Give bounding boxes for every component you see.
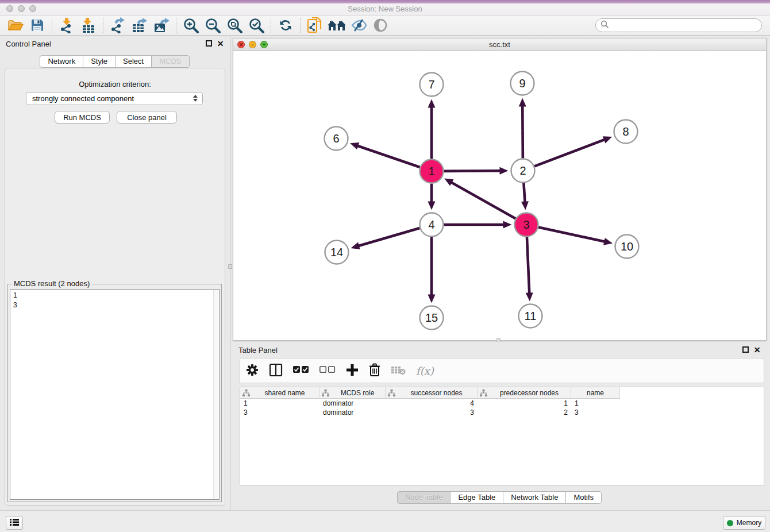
import-table-button[interactable] [78,17,99,34]
graph-edge-4-3[interactable] [444,221,512,229]
close-panel-button[interactable]: Close panel [117,111,177,124]
zoom-selected-button[interactable] [245,17,267,34]
cell-MCDS-role: dominator [319,399,386,408]
column-header-successor-nodes[interactable]: successor nodes [386,387,478,399]
graph-edge-3-11[interactable] [526,237,533,301]
graph-edge-3-1[interactable] [444,179,515,219]
tab-mcds[interactable]: MCDS [151,55,189,68]
graph-node-14[interactable]: 14 [325,241,349,264]
apply-layout-button[interactable] [275,17,297,34]
tab-edge-table[interactable]: Edge Table [450,491,503,504]
tab-style[interactable]: Style [83,55,116,68]
show-graphics-button[interactable] [369,17,391,34]
network-window-titlebar[interactable]: ✕ − + scc.txt [233,38,766,51]
graph-node-11[interactable]: 11 [519,304,542,328]
trash-icon [369,363,380,379]
control-panel-float-button[interactable] [206,40,212,47]
tab-motifs[interactable]: Motifs [565,491,602,504]
graph-node-7[interactable]: 7 [420,73,444,97]
table-panel-close-button[interactable]: ✕ [753,346,761,354]
optimization-criterion-label: Optimization criterion: [5,80,225,88]
import-network-icon [59,17,74,33]
node-label-10: 10 [621,240,633,253]
tab-node-table[interactable]: Node Table [397,491,451,504]
mcds-tab-content: Optimization criterion: strongly connect… [5,68,225,506]
run-mcds-button[interactable]: Run MCDS [55,111,110,124]
application-window: Session: New Session [0,0,770,532]
column-header-MCDS-role[interactable]: MCDS role [319,387,386,399]
show-columns-button[interactable] [269,362,283,379]
result-scrollbar[interactable] [213,290,218,499]
delete-table-button[interactable] [391,362,406,379]
export-table-button[interactable] [129,17,151,34]
table-panel-float-button[interactable] [742,346,749,353]
graph-edge-2-9[interactable] [519,98,526,158]
export-network-button[interactable] [107,17,129,34]
zoom-out-button[interactable] [202,17,224,34]
select-all-columns-button[interactable] [293,362,309,379]
graph-node-4[interactable]: 4 [420,213,444,237]
control-panel: Control Panel ✕ NetworkStyleSelectMCDS O… [0,36,230,510]
node-label-14: 14 [330,246,343,259]
memory-status-icon [727,520,733,526]
graph-edge-1-6[interactable] [350,142,420,167]
create-column-button[interactable] [346,362,359,379]
export-image-button[interactable] [151,17,172,34]
graph-node-1[interactable]: 1 [420,160,444,183]
zoom-fit-icon [227,18,242,33]
graph-edge-1-2[interactable] [444,167,508,175]
open-session-button[interactable] [5,17,26,34]
graph-node-3[interactable]: 3 [515,213,538,237]
tab-select[interactable]: Select [115,55,152,68]
graph-node-9[interactable]: 9 [511,72,534,95]
show-panels-button[interactable] [6,516,23,530]
splitter-grip[interactable] [228,264,232,269]
column-header-predecessor-nodes[interactable]: predecessor nodes [478,387,571,399]
cell-predecessor-nodes: 1 [478,399,571,408]
column-header-shared-name[interactable]: shared name [240,387,319,399]
search-input[interactable] [609,21,757,29]
home-button[interactable] [326,17,348,34]
network-canvas[interactable]: 7968124314101511 [233,51,766,340]
control-panel-close-button[interactable]: ✕ [217,40,224,48]
graph-edge-1-7[interactable] [428,99,436,159]
mcds-result-text[interactable]: 13 [10,289,220,500]
memory-button[interactable]: Memory [723,516,765,530]
table-panel-title: Table Panel [238,346,278,354]
graph-node-15[interactable]: 15 [420,306,444,330]
graph-edge-1-4[interactable] [428,184,436,210]
graph-edge-3-10[interactable] [538,228,613,245]
function-builder-button[interactable]: f(x) [416,362,434,379]
graph-node-10[interactable]: 10 [615,235,639,259]
zoom-in-button[interactable] [180,17,202,34]
hide-graphics-button[interactable] [348,17,369,34]
graph-node-6[interactable]: 6 [325,127,348,151]
deselect-all-columns-button[interactable] [319,362,336,379]
toolbar-separator [176,18,176,33]
import-network-button[interactable] [56,17,78,34]
search-box [595,18,762,32]
tab-network[interactable]: Network [40,55,83,68]
delete-column-button[interactable] [369,362,380,379]
clone-network-button[interactable] [304,17,326,34]
export-table-icon [132,17,148,33]
graph-edge-2-8[interactable] [534,136,612,166]
graph-node-8[interactable]: 8 [614,120,638,144]
graph-edge-4-15[interactable] [428,237,436,303]
table-settings-button[interactable] [246,362,259,379]
graph-edge-4-14[interactable] [351,228,419,249]
column-header-name[interactable]: name [571,387,620,399]
save-session-button[interactable] [26,17,48,34]
graph-edge-2-3[interactable] [521,183,529,210]
criterion-dropdown[interactable]: strongly connected component [26,92,203,105]
cell-predecessor-nodes: 2 [478,408,571,417]
graph-node-2[interactable]: 2 [511,159,535,183]
node-label-6: 6 [333,132,339,145]
gear-icon [246,364,259,378]
tab-network-table[interactable]: Network Table [503,491,566,504]
table-row[interactable]: 1dominator411 [240,399,764,408]
table-row[interactable]: 3dominator323 [240,408,764,417]
zoom-fit-button[interactable] [224,17,245,34]
plus-icon [346,364,359,378]
cell-shared-name: 3 [240,408,319,417]
